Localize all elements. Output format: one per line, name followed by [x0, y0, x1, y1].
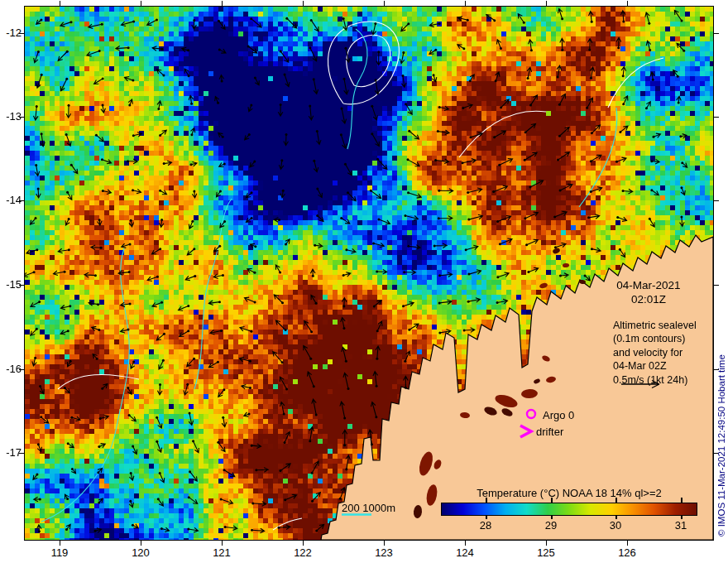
x-axis-tick: [303, 540, 304, 546]
y-axis-label: -13: [0, 111, 22, 123]
colorbar-tick-label: 30: [604, 519, 627, 532]
drifter-label: drifter: [536, 426, 563, 438]
x-axis-tick: [141, 540, 141, 546]
map-frame: [24, 6, 714, 541]
info-line-1: Altimetric sealevel: [613, 319, 697, 332]
colorbar-tick-label: 29: [539, 519, 563, 532]
colorbar-tick-label: 28: [474, 519, 497, 532]
x-axis-label: 123: [372, 547, 395, 559]
y-axis-label: -15: [0, 279, 22, 291]
x-axis-label: 124: [453, 547, 477, 559]
x-axis-label: 126: [615, 547, 639, 559]
x-axis-tick: [546, 1, 547, 7]
x-axis-label: 119: [48, 547, 71, 559]
x-axis-tick: [465, 1, 466, 7]
info-line-2: (0.1m contours): [613, 332, 686, 345]
y-axis-label: -12: [0, 27, 22, 39]
y-axis-tick: [713, 200, 719, 201]
colorbar-title: Temperature (°C) NOAA 18 14% ql>=2: [444, 487, 694, 499]
y-axis-label: -17: [0, 447, 22, 459]
y-axis-tick: [713, 117, 719, 118]
x-axis-tick: [222, 1, 223, 7]
imos-ocean-current-plot: 119120121122123124125126-12-13-14-15-16-…: [0, 0, 728, 563]
datetime-line1: 04-Mar-2021: [611, 278, 686, 292]
y-axis-label: -14: [0, 195, 22, 206]
x-axis-tick: [546, 540, 547, 546]
x-axis-tick: [627, 540, 628, 546]
x-axis-label: 120: [129, 547, 152, 559]
y-axis-tick: [713, 33, 719, 34]
x-axis-tick: [222, 540, 223, 546]
credit-vertical-text: © IMOS 11-Mar-2021 12:49:50 Hobart time: [716, 354, 726, 537]
x-axis-label: 125: [534, 547, 558, 559]
datetime-line2: 02:01Z: [611, 292, 686, 306]
argo-label: Argo 0: [543, 409, 574, 421]
colorbar-gradient-bar: [441, 503, 697, 516]
y-axis-label: -16: [0, 363, 22, 375]
bathymetry-legend-label: 200 1000m: [342, 502, 395, 514]
x-axis-tick: [60, 540, 60, 546]
x-axis-label: 121: [210, 547, 233, 559]
x-axis-tick: [60, 1, 60, 7]
x-axis-tick: [465, 540, 466, 546]
sst-map-canvas: [25, 7, 713, 540]
x-axis-tick: [384, 540, 385, 546]
info-line-4: 04-Mar 02Z: [613, 359, 667, 373]
x-axis-tick: [627, 1, 628, 7]
y-axis-tick: [713, 285, 719, 286]
x-axis-tick: [141, 1, 141, 7]
info-line-5: 0.5m/s (1kt 24h): [613, 373, 687, 387]
x-axis-tick: [303, 1, 304, 7]
colorbar-tick-label: 31: [669, 519, 692, 532]
x-axis-tick: [384, 1, 385, 7]
x-axis-label: 122: [291, 547, 314, 559]
info-line-3: and velocity for: [613, 346, 682, 359]
